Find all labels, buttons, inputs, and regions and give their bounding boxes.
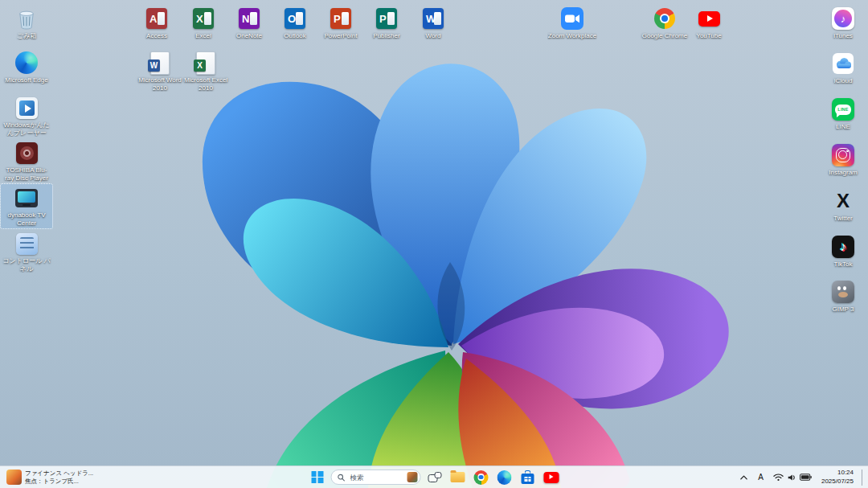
chrome-icon (474, 470, 489, 485)
task-view-icon (428, 472, 441, 482)
excel-2010-icon: X (196, 51, 215, 75)
outlook-icon: O (285, 8, 305, 29)
system-tray: A 10:24 2025/0 (738, 466, 866, 488)
icon-label: ごみ箱 (2, 32, 51, 40)
desktop-icon-twitter[interactable]: X Twitter (817, 187, 868, 225)
icon-label: dynabook TV Center (2, 211, 51, 227)
icon-label: Word (408, 32, 458, 40)
search-box[interactable] (331, 470, 421, 485)
desktop-icon-instagram[interactable]: Instagram (817, 141, 868, 179)
desktop-icon-icloud[interactable]: iCloud (817, 49, 868, 88)
icon-label: Twitter (818, 215, 868, 223)
icon-label: Zoom Workplace (547, 32, 597, 40)
recycle-bin-icon (14, 6, 39, 31)
bluray-disc-icon (16, 142, 38, 164)
desktop-icon-access[interactable]: A Access (130, 4, 183, 43)
chrome-button[interactable] (472, 469, 491, 486)
task-view-button[interactable] (425, 469, 444, 486)
desktop-icon-toshiba-bluray[interactable]: TOSHIBA Blu-ray Disc Player (0, 138, 53, 184)
desktop-icon-youtube[interactable]: YouTube (682, 4, 735, 43)
icon-label: コントロール パネル (2, 257, 51, 273)
youtube-icon (543, 472, 559, 483)
volume-icon (787, 473, 796, 482)
access-icon: A (146, 8, 167, 29)
edge-button[interactable] (495, 469, 514, 486)
icon-label: TOSHIBA Blu-ray Disc Player (2, 166, 51, 182)
itunes-icon: ♪ (832, 7, 854, 30)
icon-label: Microsoft Edge (2, 76, 51, 84)
zoom-icon (560, 6, 584, 31)
onenote-icon: N (239, 8, 260, 29)
widgets-button[interactable]: ファイナンス ヘッドラ... 焦点：トランプ氏... (2, 467, 97, 487)
icon-label: Excel (178, 32, 228, 40)
desktop-icon-line[interactable]: LINE LINE (817, 95, 868, 133)
file-explorer-button[interactable] (448, 469, 468, 486)
desktop-icon-recycle-bin[interactable]: ごみ箱 (0, 4, 53, 43)
desktop-icon-gimp[interactable]: GIMP 3 (817, 277, 868, 316)
desktop-icon-excel-2010[interactable]: X Microsoft Excel 2010 (179, 48, 232, 94)
ime-indicator[interactable]: A (756, 469, 765, 486)
desktop-icon-zoom[interactable]: Zoom Workplace (546, 4, 599, 43)
icon-label: LINE (818, 123, 868, 131)
icon-label: Microsoft Excel 2010 (181, 76, 231, 92)
windows-logo-icon (311, 471, 323, 483)
icon-label: iTunes (818, 32, 868, 40)
publisher-icon: P (376, 8, 397, 29)
icon-label: Publisher (362, 32, 411, 40)
desktop-icon-control-panel[interactable]: コントロール パネル (0, 229, 53, 275)
icon-label: Instagram (818, 169, 868, 177)
ime-mode-label: A (758, 473, 764, 482)
widget-headline-1: ファイナンス ヘッドラ... (25, 470, 93, 478)
desktop-icon-publisher[interactable]: P Publisher (360, 4, 413, 43)
widget-headline-2: 焦点：トランプ氏... (25, 478, 93, 486)
icon-label: YouTube (684, 32, 734, 40)
icon-label: PowerPoint (316, 32, 366, 40)
search-highlights-thumbnail (407, 472, 418, 482)
desktop-icon-kantan-player[interactable]: Windowsかんたんプレーヤー (0, 93, 53, 139)
start-button[interactable] (308, 469, 327, 486)
battery-icon (800, 474, 812, 481)
desktop-icon-dynabook-tv-center[interactable]: dynabook TV Center (0, 183, 53, 229)
word-2010-icon: W (150, 51, 170, 75)
news-thumbnail-icon (6, 470, 22, 485)
icon-label: GIMP 3 (818, 306, 868, 314)
search-input[interactable] (349, 473, 404, 482)
instagram-icon (832, 144, 854, 166)
tv-icon (15, 189, 38, 207)
powerpoint-icon: P (330, 8, 351, 29)
icon-label: Access (132, 32, 182, 40)
desktop-surface[interactable]: ごみ箱 Microsoft Edge Windowsかんたんプレーヤー TOSH… (0, 0, 868, 488)
icon-label: TikTok (818, 260, 868, 269)
show-desktop-button[interactable] (862, 470, 866, 486)
icon-label: Windowsかんたんプレーヤー (2, 121, 51, 137)
desktop-icon-tiktok[interactable]: ♪ TikTok (817, 232, 868, 271)
control-panel-icon (16, 233, 38, 255)
clock[interactable]: 10:24 2025/07/25 (820, 469, 855, 486)
desktop-icon-edge[interactable]: Microsoft Edge (0, 48, 53, 87)
desktop-icon-itunes[interactable]: ♪ iTunes (817, 4, 868, 43)
edge-icon (15, 51, 38, 74)
wallpaper-bloom (0, 0, 868, 488)
icloud-icon (832, 52, 854, 75)
tray-time: 10:24 (837, 469, 854, 477)
youtube-button[interactable] (542, 469, 561, 486)
edge-icon (497, 470, 512, 485)
line-icon: LINE (832, 98, 854, 121)
icon-label: OneNote (224, 32, 274, 40)
taskbar: ファイナンス ヘッドラ... 焦点：トランプ氏... (0, 465, 868, 488)
x-twitter-icon: X (837, 191, 850, 211)
store-button[interactable] (518, 469, 538, 486)
taskbar-center (308, 466, 561, 488)
search-icon (338, 474, 346, 482)
tray-date: 2025/07/25 (821, 478, 854, 486)
word-icon: W (423, 8, 444, 29)
microsoft-store-icon (522, 474, 534, 484)
tiktok-icon: ♪ (832, 236, 854, 258)
desktop-icon-word[interactable]: W Word (407, 4, 460, 43)
youtube-icon (698, 11, 720, 27)
quick-settings-button[interactable] (772, 469, 813, 486)
tray-overflow-button[interactable] (738, 469, 750, 486)
widget-headlines: ファイナンス ヘッドラ... 焦点：トランプ氏... (25, 470, 93, 486)
icon-label: iCloud (818, 77, 868, 85)
media-player-icon (16, 97, 38, 119)
